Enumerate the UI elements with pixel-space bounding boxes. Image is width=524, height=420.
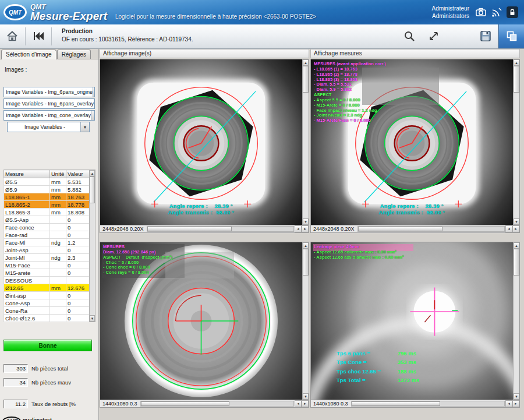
table-row[interactable]: M15-arete 0 [4,269,90,277]
image-variable-dropdown-4[interactable]: Image Variables - ▼ [7,122,90,132]
horizontal-scrollbar[interactable] [351,401,505,407]
home-button[interactable] [0,24,24,48]
scrollbar-thumb[interactable] [90,177,95,203]
scrollbar-thumb[interactable] [514,66,519,93]
chevron-down-icon[interactable]: ▼ [91,111,95,120]
timing-line: Tps 6 pans = 796 ms [337,349,419,358]
table-row[interactable]: Ø12.65 mm 12.676 [4,284,90,292]
table-row[interactable]: Ø5.5 mm 5.531 [4,178,90,186]
table-row[interactable]: Face-rad 0 [4,231,90,239]
table-row[interactable]: L18.865-2 mm 18.778 [4,201,90,209]
scroll-left-icon[interactable]: ◄ [505,225,512,232]
horizontal-scrollbar[interactable] [357,226,505,232]
scroll-up-icon[interactable]: ▲ [514,59,519,66]
table-header-unite[interactable]: Unité [50,170,66,178]
cell-unite: mm [50,284,66,292]
image-variable-dropdown[interactable]: Image Variables - Img_cone_overlay ▼ [3,110,95,121]
image-viewer-2[interactable]: MESURES (avant application corr.)- L18.8… [310,59,520,233]
scroll-right-icon[interactable]: ► [512,400,519,407]
vertical-scrollbar[interactable]: ▲ ▼ [302,242,309,400]
table-row[interactable]: L18.865-3 mm 18.808 [4,209,90,216]
table-row[interactable]: DESSOUS [4,277,90,284]
chevron-down-icon[interactable]: ▼ [94,99,95,108]
horizontal-scrollbar[interactable] [147,226,294,232]
layout-button[interactable] [498,24,524,48]
scrollbar-thumb[interactable] [303,249,309,276]
expand-button[interactable] [422,24,446,48]
scrollbar-track[interactable] [303,93,309,218]
wireless-icon[interactable] [491,6,502,18]
scrollbar-thumb[interactable] [303,66,309,93]
verdict-button[interactable]: Bonne [3,340,92,351]
vertical-scrollbar[interactable]: ▲ ▼ [513,242,519,400]
cell-valeur: 0 [66,299,90,307]
table-row[interactable]: Øint-asp 0 [4,292,90,299]
image-viewer-4[interactable]: Lentrage piece 4.0mm- Aspect 12.65 colle… [310,242,520,408]
scroll-up-icon[interactable]: ▲ [514,242,519,249]
camera-icon[interactable] [475,6,487,18]
scrollbar-thumb[interactable] [141,401,229,406]
vertical-scrollbar[interactable]: ▲ ▼ [513,59,519,225]
viewer-image-hex-overlay[interactable]: MESURES (avant application corr.)- L18.8… [311,59,513,225]
tab-selection-image[interactable]: Sélection d'image [1,50,56,59]
table-row[interactable]: M15-Face 0 [4,262,90,269]
table-row[interactable]: Cone-Ra 0 [4,307,90,315]
scroll-down-icon[interactable]: ▼ [90,315,95,322]
scrollbar-thumb[interactable] [352,401,440,406]
table-row[interactable]: Face-Ml ndg 1.2 [4,239,90,246]
horizontal-scrollbar[interactable] [140,401,294,407]
image-viewer-3[interactable]: MESURESDiam. 12.658 (292.846 px)ASPECT D… [100,242,309,408]
scrollbar-track[interactable] [514,276,519,393]
scrollbar-thumb[interactable] [147,227,232,231]
scroll-up-icon[interactable]: ▲ [303,242,309,249]
chevron-down-icon[interactable]: ▼ [93,87,95,97]
rewind-button[interactable] [26,24,51,48]
scroll-left-icon[interactable]: ◄ [295,225,302,232]
table-row[interactable]: Cone-Asp 0 [4,299,90,307]
viewer-image-cone[interactable]: MESURESDiam. 12.658 (292.846 px)ASPECT D… [100,242,302,400]
table-scrollbar[interactable]: ▲ ▼ [89,170,95,322]
scroll-right-icon[interactable]: ► [302,400,309,407]
table-row[interactable]: Joint-Ml ndg 2.3 [4,254,90,262]
vertical-scrollbar[interactable]: ▲ ▼ [302,59,309,225]
scrollbar-track[interactable] [514,93,519,218]
scroll-right-icon[interactable]: ► [302,225,309,232]
viewer-image-hole[interactable]: Lentrage piece 4.0mm- Aspect 12.65 colle… [311,242,513,400]
table-row[interactable]: Ø5.9 mm 5.882 [4,186,90,193]
scroll-down-icon[interactable]: ▼ [514,218,519,225]
scrollbar-track[interactable] [303,276,309,393]
table-row[interactable]: Ø5.5-Asp 0 [4,216,90,224]
scrollbar-thumb[interactable] [358,227,443,231]
cell-mesure: Joint-Asp [4,246,50,254]
scrollbar-track[interactable] [90,203,95,315]
cell-valeur: 0 [66,262,90,269]
scroll-right-icon[interactable]: ► [512,225,519,232]
table-header-mesure[interactable]: Mesure [4,170,50,178]
table-row[interactable]: Joint-Asp 0 [4,246,90,254]
image-variable-dropdown[interactable]: Image Variables - Img_6pans_overlay ▼ [3,98,95,109]
tab-reglages[interactable]: Réglages [57,50,91,59]
scroll-up-icon[interactable]: ▲ [90,170,95,177]
scroll-left-icon[interactable]: ◄ [505,400,512,407]
save-button[interactable] [473,24,498,48]
scrollbar-thumb[interactable] [514,249,519,276]
search-button[interactable] [397,24,422,48]
scroll-down-icon[interactable]: ▼ [514,393,519,400]
lock-icon[interactable] [507,6,518,18]
right-column-header: Affichage mesures [310,49,520,58]
image-variable-dropdown[interactable]: Image Variables - Img_6pans_origine ▼ [3,87,95,97]
scroll-down-icon[interactable]: ▼ [303,393,309,400]
table-row[interactable]: L18.865-1 mm 18.763 [4,193,90,201]
table-header-valeur[interactable]: Valeur [66,170,90,178]
viewer-image-hex-original[interactable]: Angle repere : 28.39 °Angle transmis : 5… [100,59,302,225]
chevron-down-icon[interactable]: ▼ [80,122,89,132]
image-viewer-1[interactable]: Angle repere : 28.39 °Angle transmis : 5… [100,59,309,233]
cell-unite: mm [50,201,66,209]
table-row[interactable]: Choc-Ø12.6 0 [4,315,90,322]
main-area: Affichage image(s) [99,49,524,420]
scroll-up-icon[interactable]: ▲ [303,59,309,66]
cell-valeur [66,277,90,284]
table-row[interactable]: Face-conce 0 [4,224,90,231]
scroll-left-icon[interactable]: ◄ [295,400,302,407]
scroll-down-icon[interactable]: ▼ [303,218,309,225]
